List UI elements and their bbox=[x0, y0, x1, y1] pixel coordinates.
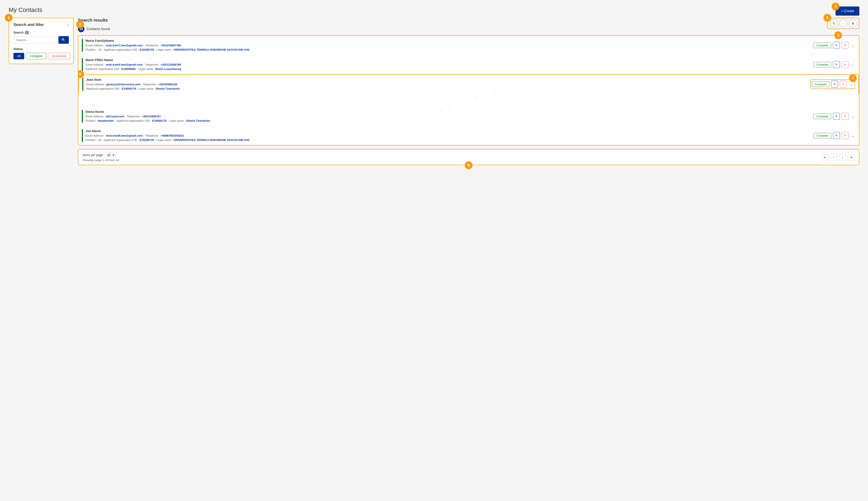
status-filters: All Complete Incomplete bbox=[13, 53, 69, 59]
contact-row-highlighted: ➤ Jean Nom Email Address : gmazey2@disco… bbox=[78, 74, 859, 94]
expand-icon[interactable]: ⌄ bbox=[850, 43, 855, 48]
contacts-found-row: 2 14 Contacts found bbox=[78, 26, 859, 32]
badge-1: 1 bbox=[5, 14, 13, 22]
contacts-found-text: Contacts found bbox=[87, 27, 110, 31]
badge-8: 8 bbox=[465, 161, 473, 169]
status-label: Status bbox=[13, 47, 69, 51]
filter-all-button[interactable]: All bbox=[13, 53, 24, 59]
status-bar bbox=[82, 58, 83, 71]
contact-actions: Complete ✎ ✕ ⌄ bbox=[813, 61, 855, 68]
status-badge: Complete bbox=[813, 43, 831, 48]
search-results-header: Search results bbox=[78, 18, 859, 23]
contact-detail-2: Position : Headmaster - Applicant organi… bbox=[86, 119, 811, 123]
delete-button[interactable]: ✕ bbox=[842, 113, 848, 120]
status-badge: Complete bbox=[813, 114, 831, 119]
badge-7: 7 bbox=[849, 74, 857, 82]
search-input[interactable] bbox=[13, 36, 57, 44]
status-badge: Complete bbox=[812, 82, 829, 87]
last-page-button[interactable]: ⇥ bbox=[848, 154, 855, 161]
badge-2: 2 bbox=[76, 21, 84, 28]
edit-button[interactable]: ✎ bbox=[833, 42, 840, 49]
first-page-button[interactable]: ⇤ bbox=[822, 154, 828, 161]
highlighted-row-wrapper: 6 ➤ Jean Nom Email Address : gmazey2@dis… bbox=[78, 74, 859, 94]
status-bar bbox=[82, 78, 83, 91]
contact-actions: Complete ✎ ✕ ⌄ bbox=[813, 42, 855, 49]
showing-range: Showing range 1–10 from 14 bbox=[83, 159, 119, 162]
expand-icon[interactable]: ⌄ bbox=[850, 114, 855, 119]
highlighted-actions: Complete ✎ ✕ ⌄ bbox=[811, 79, 855, 89]
contact-info: Marie Pfifer-Name Email Address : mob.tr… bbox=[86, 58, 811, 71]
sidebar-header: Search and filter ‹ bbox=[13, 22, 69, 27]
help-icon: ? bbox=[25, 31, 29, 34]
search-row: 🔍 bbox=[13, 36, 69, 44]
close-icon[interactable]: ‹ bbox=[67, 22, 69, 27]
filter-incomplete-button[interactable]: Incomplete bbox=[48, 53, 70, 59]
decorative-row: / / / / / / / bbox=[78, 94, 859, 107]
contact-detail: Email Address : dl@name.test - Telephone… bbox=[86, 114, 811, 119]
badge-4: 4 bbox=[832, 3, 839, 10]
delete-button[interactable]: ✕ bbox=[840, 81, 847, 88]
edit-button[interactable]: ✎ bbox=[833, 132, 840, 139]
expand-icon[interactable]: ⌄ bbox=[850, 133, 855, 138]
contact-detail: Email Address : mob.train8.ben@gmail.com… bbox=[86, 134, 811, 138]
search-label: Search ? bbox=[13, 31, 69, 34]
status-badge: Complete bbox=[813, 62, 831, 67]
contact-detail-2: Applicant organisation OID : E10000178 -… bbox=[86, 87, 808, 91]
delete-button[interactable]: ✕ bbox=[842, 132, 848, 139]
items-per-page: Items per page 10 25 50 Showing range 1–… bbox=[83, 152, 119, 162]
delete-button[interactable]: ✕ bbox=[842, 42, 848, 49]
main-layout: 1 Search and filter ‹ Search ? 🔍 Status … bbox=[9, 18, 859, 165]
status-bar bbox=[82, 110, 83, 123]
contact-row: Joe Name Email Address : mob.train8.ben@… bbox=[78, 126, 859, 145]
edit-button[interactable]: ✎ bbox=[833, 61, 840, 68]
filter-complete-button[interactable]: Complete bbox=[26, 53, 46, 59]
page-size-select[interactable]: 10 25 50 bbox=[105, 152, 115, 158]
next-page-button[interactable]: › bbox=[839, 154, 846, 161]
expand-icon[interactable]: ⌄ bbox=[848, 82, 854, 87]
pagination-controls: ⇤ ‹ › ⇥ bbox=[822, 154, 855, 161]
contact-detail-2: Position : LR - Applicant organisation O… bbox=[86, 138, 811, 142]
results-container: Maria FamilyName Email Address : mob.tra… bbox=[78, 35, 859, 146]
contact-actions: Complete ✎ ✕ ⌄ bbox=[813, 132, 855, 139]
status-bar bbox=[82, 39, 83, 52]
contact-row: Maria FamilyName Email Address : mob.tra… bbox=[78, 36, 859, 55]
search-button[interactable]: 🔍 bbox=[58, 36, 69, 44]
arrow-indicator: ➤ bbox=[78, 81, 79, 88]
items-per-page-label: Items per page bbox=[83, 153, 103, 157]
contact-name: Jean Nom bbox=[86, 78, 808, 82]
expand-icon[interactable]: ⌄ bbox=[850, 62, 855, 67]
main-content: Search results 2 14 Contacts found 3 Mar… bbox=[78, 18, 859, 165]
pagination-wrapper: 8 Items per page 10 25 50 Showing range … bbox=[78, 149, 859, 165]
contact-actions: Complete ✎ ✕ ⌄ bbox=[813, 113, 855, 120]
contact-detail: Email Address : gmazey2@discovery.com - … bbox=[86, 82, 808, 87]
contact-name: Joe Name bbox=[86, 129, 811, 133]
sidebar: Search and filter ‹ Search ? 🔍 Status Al… bbox=[9, 18, 74, 64]
contact-info: Jean Nom Email Address : gmazey2@discove… bbox=[86, 78, 808, 91]
contact-info: Joe Name Email Address : mob.train8.ben@… bbox=[86, 129, 811, 142]
contact-row: Marie Pfifer-Name Email Address : mob.tr… bbox=[78, 55, 859, 74]
edit-button[interactable]: ✎ bbox=[833, 113, 840, 120]
badge-3: 3 bbox=[834, 31, 842, 39]
contact-name: Maria FamilyName bbox=[86, 39, 811, 42]
edit-button[interactable]: ✎ bbox=[831, 81, 838, 88]
prev-page-button[interactable]: ‹ bbox=[830, 154, 837, 161]
delete-button[interactable]: ✕ bbox=[842, 61, 848, 68]
status-bar bbox=[82, 129, 83, 142]
items-per-page-row: Items per page 10 25 50 bbox=[83, 152, 119, 158]
contact-info: Maria FamilyName Email Address : mob.tra… bbox=[86, 39, 811, 52]
contact-name: Marie Pfifer-Name bbox=[86, 58, 811, 62]
page-title: My Contacts bbox=[9, 7, 859, 13]
sidebar-title: Search and filter bbox=[13, 22, 44, 27]
status-badge: Complete bbox=[813, 133, 831, 138]
contact-detail: Email Address : mob.train7.ben@gmail.com… bbox=[86, 43, 811, 47]
contact-detail-2: Applicant organisation OID : E10009582 -… bbox=[86, 67, 811, 71]
contact-detail: Email Address : mob.train5.ben@gmail.com… bbox=[86, 63, 811, 67]
contact-row: Diana Nume Email Address : dl@name.test … bbox=[78, 107, 859, 126]
badge-5: 5 bbox=[823, 14, 831, 22]
contact-detail-2: Position : LR - Applicant organisation O… bbox=[86, 47, 811, 52]
